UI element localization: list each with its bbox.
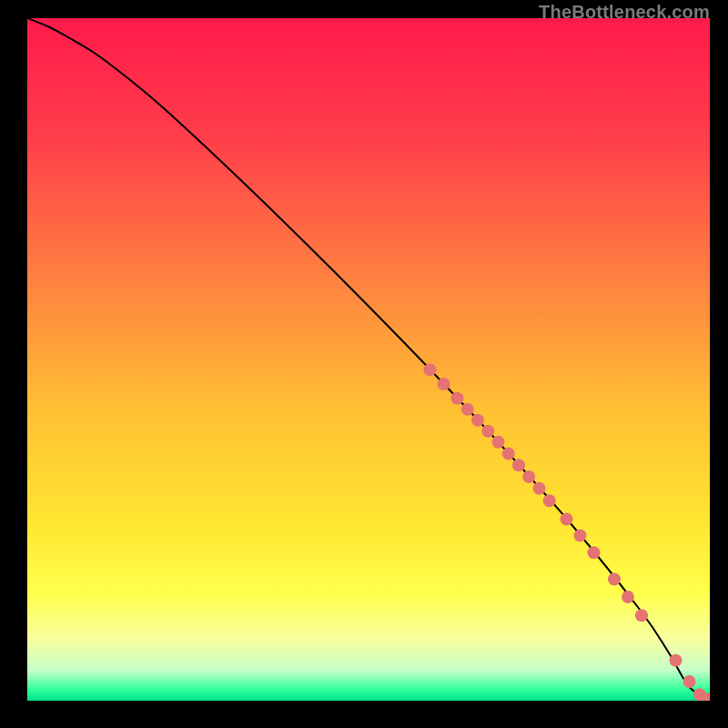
- data-point: [574, 530, 587, 542]
- data-point: [683, 675, 696, 688]
- data-point: [502, 448, 515, 460]
- gradient-curve-chart: [27, 18, 710, 701]
- data-point: [461, 403, 474, 416]
- data-point: [670, 654, 682, 667]
- data-point: [635, 609, 648, 622]
- data-point: [512, 459, 525, 471]
- data-point: [492, 436, 505, 449]
- data-point: [438, 378, 450, 390]
- chart-frame: TheBottleneck.com: [0, 0, 728, 728]
- data-point: [533, 482, 546, 495]
- data-point: [471, 414, 484, 427]
- data-point: [588, 546, 601, 559]
- gradient-background: [27, 18, 710, 701]
- data-point: [481, 425, 494, 438]
- data-point: [451, 392, 464, 405]
- data-point: [543, 494, 556, 507]
- data-point: [608, 573, 621, 586]
- data-point: [561, 513, 573, 526]
- data-point: [424, 363, 437, 376]
- plot-area: [27, 18, 710, 701]
- data-point: [622, 591, 634, 603]
- data-point: [522, 470, 535, 483]
